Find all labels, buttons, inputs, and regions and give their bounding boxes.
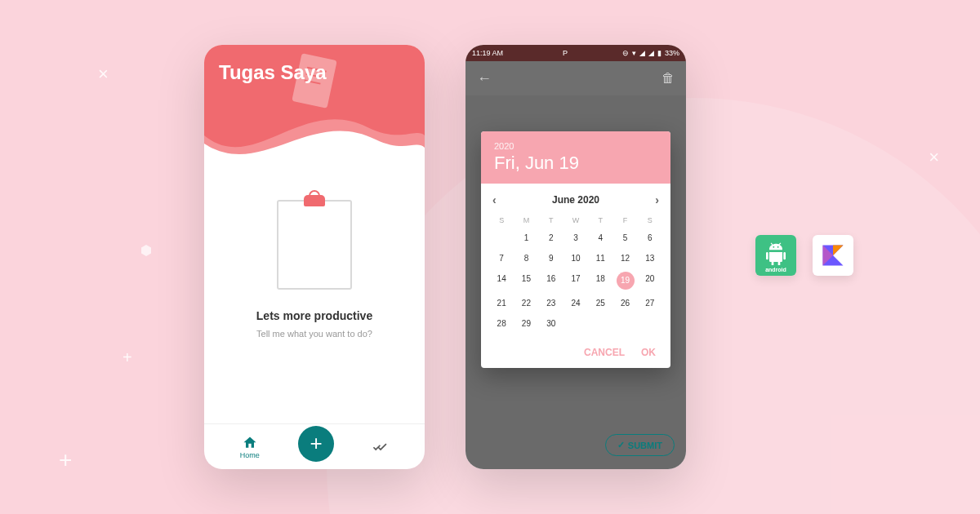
calendar-day[interactable]: 6 [638,231,662,245]
empty-heading: Lets more productive [256,309,372,322]
calendar-day[interactable]: 14 [489,272,514,290]
clipboard-icon [277,200,352,290]
calendar-day[interactable]: 7 [489,251,514,265]
calendar-grid: SMTWTFS 12345678910111213141516171819202… [481,216,670,337]
deco-plus-icon: + [59,447,72,473]
phone-date-picker: 11:19 AM P ⊖ ▾ ◢ ◢ ▮ 33% ← 🗑 ✓ SUBMIT 20… [466,45,686,469]
home-icon [242,435,258,451]
nav-home-button[interactable]: Home [240,435,260,459]
status-wifi-icon: ▾ [632,49,636,57]
topbar: ← 🗑 [466,61,686,95]
calendar-dow: F [612,216,637,224]
calendar-day[interactable]: 23 [539,296,564,310]
calendar-day[interactable]: 1 [514,231,538,245]
calendar-day[interactable]: 29 [514,317,538,330]
calendar-day[interactable]: 19 [617,272,635,290]
status-battery-icon: ▮ [657,49,662,57]
calendar-empty [612,317,637,330]
modal-scrim[interactable]: ← 🗑 ✓ SUBMIT 2020 Fri, Jun 19 ‹ June 202… [466,61,686,469]
kotlin-icon [821,243,845,268]
calendar-dow: T [588,216,612,224]
picker-header: 2020 Fri, Jun 19 [481,131,670,184]
calendar-day[interactable]: 17 [564,272,588,290]
delete-button[interactable]: 🗑 [662,71,675,86]
empty-subtitle: Tell me what you want to do? [256,329,372,339]
calendar-day[interactable]: 28 [489,317,514,330]
status-battery-text: 33% [665,49,679,57]
app-header: Tugas Saya [204,45,425,167]
cancel-button[interactable]: CANCEL [584,347,625,358]
calendar-dow: S [489,216,514,224]
calendar-day[interactable]: 4 [588,231,612,245]
plus-icon: + [310,431,322,456]
calendar-day[interactable]: 30 [539,317,564,330]
calendar-day[interactable]: 9 [539,251,564,265]
status-time: 11:19 AM [472,49,503,57]
calendar-day[interactable]: 2 [539,231,564,245]
picker-year[interactable]: 2020 [494,141,657,151]
calendar-empty [638,317,662,330]
done-all-icon [372,439,389,455]
calendar-day[interactable]: 3 [564,231,588,245]
prev-month-button[interactable]: ‹ [492,193,497,206]
deco-x-icon: × [98,64,109,85]
deco-x-icon: × [929,147,939,168]
calendar-day[interactable]: 16 [539,272,564,290]
calendar-day[interactable]: 21 [489,296,514,310]
android-icon [763,242,789,268]
calendar-day[interactable]: 13 [638,251,662,265]
calendar-dow: W [564,216,588,224]
check-icon: ✓ [617,440,625,450]
android-label: android [765,267,786,273]
calendar-dow: T [539,216,564,224]
deco-hex-icon [140,245,152,256]
calendar-dow: S [638,216,662,224]
calendar-day[interactable]: 10 [564,251,588,265]
empty-state: Lets more productive Tell me what you wa… [204,167,425,339]
calendar-day[interactable]: 27 [638,296,662,310]
calendar-day[interactable]: 22 [514,296,538,310]
picker-month-label: June 2020 [552,194,599,206]
calendar-day[interactable]: 11 [588,251,612,265]
submit-button[interactable]: ✓ SUBMIT [605,434,675,456]
picker-month-nav: ‹ June 2020 › [481,184,670,216]
add-task-button[interactable]: + [298,426,334,462]
calendar-day[interactable]: 5 [612,231,637,245]
picker-selected-date[interactable]: Fri, Jun 19 [494,153,657,174]
calendar-day[interactable]: 25 [588,296,612,310]
calendar-dow: M [514,216,538,224]
phone-tasks-empty: Tugas Saya Lets more productive Tell me … [204,45,425,469]
submit-label: SUBMIT [628,441,662,450]
header-wave [204,103,425,168]
back-button[interactable]: ← [477,70,492,87]
calendar-empty [588,317,612,330]
nav-done-button[interactable] [372,439,389,455]
kotlin-badge [813,235,853,276]
status-signal-icon: ◢ [639,49,645,57]
android-badge: android [755,235,796,276]
ok-button[interactable]: OK [641,347,656,358]
calendar-empty [489,231,514,245]
picker-actions: CANCEL OK [481,337,670,368]
date-picker: 2020 Fri, Jun 19 ‹ June 2020 › SMTWTFS 1… [481,131,670,368]
nav-home-label: Home [240,451,260,459]
next-month-button[interactable]: › [655,193,659,206]
app-title: Tugas Saya [204,45,425,100]
status-dnd-icon: ⊖ [622,49,629,57]
calendar-day[interactable]: 26 [612,296,637,310]
calendar-day[interactable]: 12 [612,251,637,265]
calendar-day[interactable]: 20 [638,272,662,290]
calendar-day[interactable]: 24 [564,296,588,310]
calendar-empty [564,317,588,330]
bottom-nav: Home + [204,424,425,469]
calendar-day[interactable]: 15 [514,272,538,290]
status-p-icon: P [563,49,568,57]
calendar-day[interactable]: 8 [514,251,538,265]
deco-plus-icon: + [122,348,132,367]
calendar-day[interactable]: 18 [588,272,612,290]
status-signal-icon: ◢ [648,49,654,57]
status-bar: 11:19 AM P ⊖ ▾ ◢ ◢ ▮ 33% [466,45,686,61]
